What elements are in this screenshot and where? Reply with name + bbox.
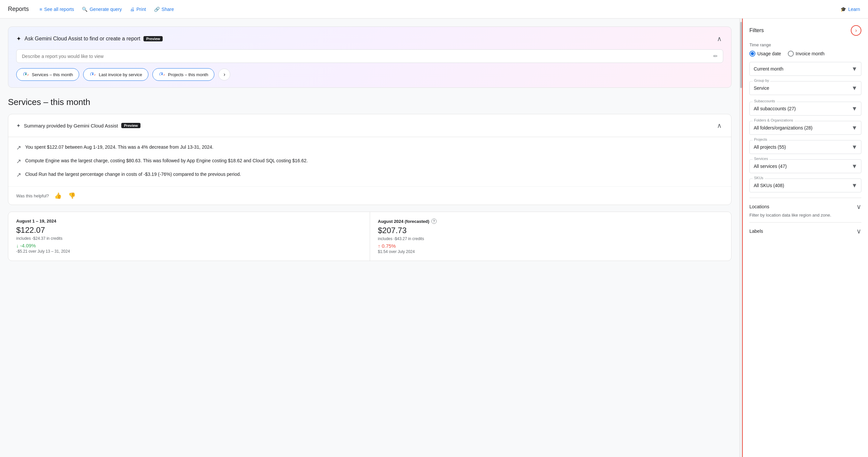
trend-icon-1: ↗ [16,144,21,151]
scrollbar[interactable] [740,19,742,457]
group-by-select[interactable]: Service [749,81,861,95]
edit-icon: ✏ [713,53,718,59]
stat-date-left: August 1 – 19, 2024 [16,219,362,224]
page-title: Services – this month [8,97,732,107]
labels-header[interactable]: Labels ∨ [749,227,861,235]
learn-icon: 🎓 [840,7,846,12]
gcp-icon-3 [159,71,165,78]
trend-icon-2: ↗ [16,158,21,165]
time-period-dropdown: Current month ▼ [749,62,861,76]
summary-card-title: ✦ Summary provided by Gemini Cloud Assis… [16,123,141,129]
suggestion-chips: Services – this month Last invoice by se… [16,68,723,81]
stat-change-right: ↑ 0.75% [378,243,723,249]
print-link[interactable]: 🖨 Print [130,7,146,12]
stat-right-header: August 2024 (forecasted) ? [378,219,723,224]
locations-chevron-icon: ∨ [857,203,861,210]
chip-projects[interactable]: Projects – this month [152,68,214,81]
invoice-month-radio[interactable] [788,51,794,57]
stat-amount-left: $122.07 [16,226,362,235]
summary-card-body: ↗ You spent $122.07 between Aug 1-19, 20… [8,137,731,185]
gemini-banner: ✦ Ask Gemini Cloud Assist to find or cre… [8,27,732,88]
sparkle-icon-2: ✦ [16,123,21,129]
sparkle-icon: ✦ [16,35,21,42]
summary-item-1: ↗ You spent $122.07 between Aug 1-19, 20… [16,144,723,151]
list-icon: ≡ [39,7,42,12]
subaccounts-label: Subaccounts [753,99,777,103]
page-header-title: Reports [8,6,29,12]
usage-date-radio[interactable] [749,51,755,57]
gemini-banner-title: ✦ Ask Gemini Cloud Assist to find or cre… [16,35,163,42]
collapse-panel-button[interactable]: › [851,25,861,36]
gemini-search-input[interactable] [22,54,713,59]
learn-link[interactable]: 🎓 Learn [840,7,860,12]
subaccounts-dropdown: Subaccounts All subaccounts (27) ▼ [749,102,861,116]
stat-change-detail-right: $1.54 over July 2024 [378,249,723,254]
chip-services[interactable]: Services – this month [16,68,79,81]
time-range-section: Time range Usage date Invoice month Curr… [749,42,861,95]
gemini-input-row: ✏ [16,50,723,63]
filters-panel: Filters › Time range Usage date Invoice … [742,19,868,457]
thumbs-down-button[interactable]: 👎 [67,191,77,201]
stat-amount-right: $207.73 [378,226,723,235]
stat-credits-left: includes -$24.37 in credits [16,236,362,241]
time-period-select[interactable]: Current month [749,62,861,76]
summary-collapse-button[interactable]: ∧ [716,120,723,131]
help-icon[interactable]: ? [431,219,437,224]
skus-select[interactable]: All SKUs (408) [749,178,861,192]
group-by-dropdown: Group by Service ▼ [749,81,861,95]
summary-item-3: ↗ Cloud Run had the largest percentage c… [16,171,723,178]
main-layout: ✦ Ask Gemini Cloud Assist to find or cre… [0,19,868,457]
services-label: Services [753,157,769,161]
print-icon: 🖨 [130,7,134,12]
services-select[interactable]: All services (47) [749,159,861,173]
folders-orgs-label: Folders & Organizations [753,118,795,122]
summary-card: ✦ Summary provided by Gemini Cloud Assis… [8,114,732,205]
trend-icon-3: ↗ [16,171,21,178]
stat-block-right: August 2024 (forecasted) ? $207.73 inclu… [370,212,732,261]
collapse-button[interactable]: ∧ [716,33,723,44]
chip-last-invoice[interactable]: Last invoice by service [83,68,148,81]
search-icon: 🔍 [82,7,88,12]
projects-dropdown: Projects All projects (55) ▼ [749,140,861,154]
projects-select[interactable]: All projects (55) [749,140,861,154]
see-all-reports-link[interactable]: ≡ See all reports [39,7,74,12]
top-header: Reports ≡ See all reports 🔍 Generate que… [0,0,868,19]
stat-change-detail-left: -$5.21 over July 13 – 31, 2024 [16,249,362,254]
share-link[interactable]: 🔗 Share [154,7,174,12]
labels-chevron-icon: ∨ [857,227,861,235]
link-icon: 🔗 [154,7,160,12]
folders-orgs-dropdown: Folders & Organizations All folders/orga… [749,121,861,135]
stat-block-left: August 1 – 19, 2024 $122.07 includes -$2… [8,212,370,261]
scrollbar-thumb [740,22,742,88]
gcp-icon [23,71,29,78]
folders-orgs-select[interactable]: All folders/organizations (28) [749,121,861,135]
subaccounts-select[interactable]: All subaccounts (27) [749,102,861,116]
filters-title: Filters [749,28,764,33]
stat-credits-right: includes -$43.27 in credits [378,236,723,241]
thumbs-up-button[interactable]: 👍 [53,191,63,201]
services-dropdown: Services All services (47) ▼ [749,159,861,173]
usage-date-option[interactable]: Usage date [749,51,781,57]
locations-header[interactable]: Locations ∨ [749,203,861,210]
group-by-label: Group by [753,78,770,83]
stat-change-left: ↓ -4.09% [16,243,362,249]
content-area: ✦ Ask Gemini Cloud Assist to find or cre… [0,19,740,457]
feedback-label: Was this helpful? [16,193,49,198]
invoice-month-option[interactable]: Invoice month [788,51,825,57]
labels-section: Labels ∨ [749,222,861,240]
feedback-row: Was this helpful? 👍 👎 [8,187,731,205]
gemini-banner-header: ✦ Ask Gemini Cloud Assist to find or cre… [16,33,723,44]
gcp-icon-2 [89,71,96,78]
summary-preview-badge: Preview [121,123,141,128]
chips-next-button[interactable]: › [218,69,230,80]
preview-badge: Preview [144,36,163,41]
generate-query-link[interactable]: 🔍 Generate query [82,7,122,12]
stats-row: August 1 – 19, 2024 $122.07 includes -$2… [8,211,732,261]
summary-item-2: ↗ Compute Engine was the largest charge,… [16,157,723,165]
time-range-label: Time range [749,42,861,47]
summary-card-header: ✦ Summary provided by Gemini Cloud Assis… [8,114,731,137]
radio-group: Usage date Invoice month [749,51,861,57]
filters-header: Filters › [749,25,861,36]
locations-section: Locations ∨ Filter by location data like… [749,198,861,222]
chevron-right-icon: › [855,28,857,33]
